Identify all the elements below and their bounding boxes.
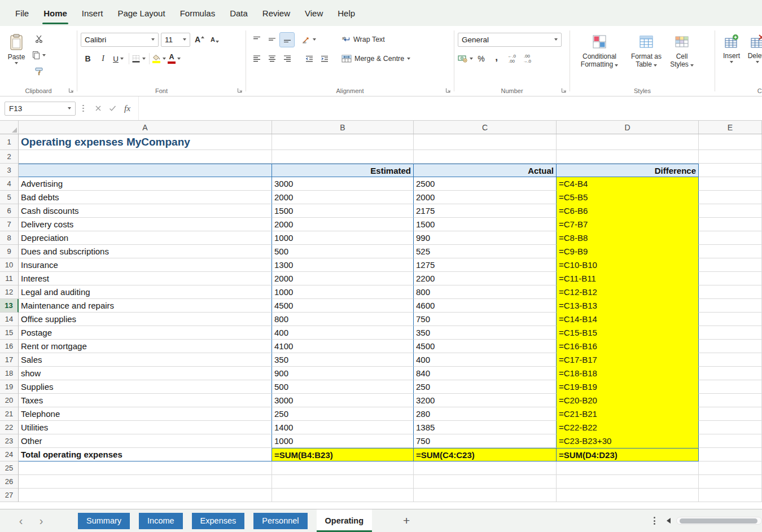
cell-D2[interactable] (557, 150, 699, 164)
cut-button[interactable] (32, 32, 46, 46)
cell-E15[interactable] (699, 326, 762, 340)
row-header-16[interactable]: 16 (0, 340, 19, 353)
number-format-select[interactable]: General (458, 33, 562, 47)
increase-indent-button[interactable] (317, 52, 331, 66)
increase-font-size-button[interactable]: A (192, 33, 207, 47)
cell-B22[interactable]: 1400 (272, 421, 414, 434)
cell-C3[interactable]: Actual (414, 164, 557, 177)
cell-B17[interactable]: 350 (272, 353, 414, 367)
menu-tab-file[interactable]: File (8, 0, 36, 26)
cell-E11[interactable] (699, 272, 762, 285)
format-as-table-button[interactable]: Format as Table (625, 32, 667, 85)
column-header-E[interactable]: E (699, 121, 762, 134)
row-header-11[interactable]: 11 (0, 272, 19, 285)
cell-C25[interactable] (414, 461, 557, 475)
orientation-button[interactable]: ab (302, 33, 316, 47)
row-header-10[interactable]: 10 (0, 258, 19, 272)
sheet-tab-expenses[interactable]: Expenses (192, 513, 245, 529)
cell-A5[interactable]: Bad debts (19, 191, 272, 204)
cell-B6[interactable]: 1500 (272, 204, 414, 218)
decrease-decimal-button[interactable]: .00→.0 (520, 52, 534, 66)
cell-A19[interactable]: Supplies (19, 380, 272, 394)
cell-C11[interactable]: 2200 (414, 272, 557, 285)
cell-D21[interactable]: =C21-B21 (557, 407, 699, 421)
cell-C26[interactable] (414, 475, 557, 489)
cell-E4[interactable] (699, 177, 762, 191)
cell-B14[interactable]: 800 (272, 313, 414, 326)
cell-D8[interactable]: =C8-B8 (557, 231, 699, 245)
cell-A11[interactable]: Interest (19, 272, 272, 285)
row-header-19[interactable]: 19 (0, 380, 19, 394)
column-header-B[interactable]: B (272, 121, 414, 134)
sheet-nav-left-icon[interactable]: ‹ (15, 515, 27, 527)
cell-B13[interactable]: 4500 (272, 299, 414, 313)
cell-E2[interactable] (699, 150, 762, 164)
menu-tab-page-layout[interactable]: Page Layout (110, 0, 172, 26)
cell-C2[interactable] (414, 150, 557, 164)
cell-C21[interactable]: 280 (414, 407, 557, 421)
menu-tab-formulas[interactable]: Formulas (173, 0, 223, 26)
cell-A9[interactable]: Dues and subscriptions (19, 245, 272, 258)
cell-E12[interactable] (699, 285, 762, 299)
align-top-button[interactable] (249, 33, 264, 47)
cell-A7[interactable]: Delivery costs (19, 218, 272, 231)
sheet-tab-operating[interactable]: Operating (317, 509, 372, 532)
cell-E10[interactable] (699, 258, 762, 272)
row-header-7[interactable]: 7 (0, 218, 19, 231)
format-painter-button[interactable] (32, 64, 46, 78)
cell-D26[interactable] (557, 475, 699, 489)
cell-D13[interactable]: =C13-B13 (557, 299, 699, 313)
cell-C22[interactable]: 1385 (414, 421, 557, 434)
font-color-button[interactable]: A (167, 52, 181, 66)
cell-B2[interactable] (272, 150, 414, 164)
row-header-14[interactable]: 14 (0, 313, 19, 326)
sheet-tab-income[interactable]: Income (139, 513, 183, 529)
cell-B5[interactable]: 2000 (272, 191, 414, 204)
horizontal-scrollbar[interactable] (676, 517, 762, 525)
cell-C23[interactable]: 750 (414, 434, 557, 448)
row-header-12[interactable]: 12 (0, 285, 19, 299)
cell-A20[interactable]: Taxes (19, 394, 272, 407)
column-header-D[interactable]: D (557, 121, 699, 134)
delete-cells-button[interactable]: Delete (745, 32, 762, 85)
cell-B1[interactable] (272, 134, 414, 150)
cell-D16[interactable]: =C16-B16 (557, 340, 699, 353)
cell-C24[interactable]: =SUM(C4:C23) (414, 448, 557, 461)
cell-D25[interactable] (557, 461, 699, 475)
cell-A25[interactable] (19, 461, 272, 475)
cell-E21[interactable] (699, 407, 762, 421)
cell-A6[interactable]: Cash discounts (19, 204, 272, 218)
cell-B18[interactable]: 900 (272, 367, 414, 380)
cell-B8[interactable]: 1000 (272, 231, 414, 245)
row-header-2[interactable]: 2 (0, 150, 19, 164)
row-header-4[interactable]: 4 (0, 177, 19, 191)
cell-A12[interactable]: Legal and auditing (19, 285, 272, 299)
cell-E18[interactable] (699, 367, 762, 380)
cell-E5[interactable] (699, 191, 762, 204)
cell-A3[interactable] (19, 164, 272, 177)
cell-B9[interactable]: 500 (272, 245, 414, 258)
new-sheet-button[interactable]: + (399, 513, 414, 528)
bold-button[interactable]: B (81, 52, 95, 66)
cell-D27[interactable] (557, 489, 699, 502)
cell-D1[interactable] (557, 134, 699, 150)
cell-styles-button[interactable]: Cell Styles (667, 32, 697, 85)
cell-E27[interactable] (699, 489, 762, 502)
row-header-8[interactable]: 8 (0, 231, 19, 245)
enter-button[interactable] (106, 101, 120, 116)
cancel-button[interactable] (91, 101, 106, 116)
menu-tab-help[interactable]: Help (330, 0, 362, 26)
cell-C6[interactable]: 2175 (414, 204, 557, 218)
cell-D11[interactable]: =C11-B11 (557, 272, 699, 285)
cell-D3[interactable]: Difference (557, 164, 699, 177)
cell-E9[interactable] (699, 245, 762, 258)
row-header-22[interactable]: 22 (0, 421, 19, 434)
accounting-format-button[interactable] (458, 52, 473, 66)
row-header-18[interactable]: 18 (0, 367, 19, 380)
sheet-tab-personnel[interactable]: Personnel (253, 513, 307, 529)
cell-D22[interactable]: =C22-B22 (557, 421, 699, 434)
row-header-27[interactable]: 27 (0, 489, 19, 502)
cell-E8[interactable] (699, 231, 762, 245)
cell-A2[interactable] (19, 150, 272, 164)
cell-D10[interactable]: =C10-B10 (557, 258, 699, 272)
